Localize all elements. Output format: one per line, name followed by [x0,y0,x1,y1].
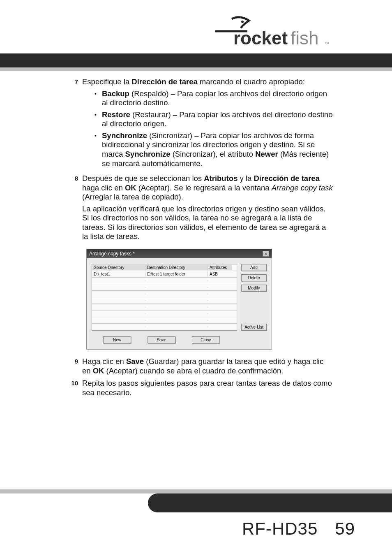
dialog-title: Arrange copy tasks * [89,251,135,257]
col-source: Source Directory [92,265,145,270]
table-row[interactable]: D:\_test1 E:\test 1 target folder ASB [92,271,237,278]
step-9: 9 Haga clic en Save (Guardar) para guard… [70,357,333,375]
tasks-table: Source Directory Destination Directory A… [92,264,237,331]
arrange-copy-tasks-dialog: Arrange copy tasks * × Source Directory … [86,249,272,350]
step-body: Especifique la Dirección de tarea marcan… [82,77,333,171]
text: (Restaurar) – Para copiar los archivos d… [102,110,332,128]
new-button[interactable]: New [103,336,131,343]
table-row [92,317,237,324]
paragraph: La aplicación verificará que los directo… [82,204,333,241]
text: (Aceptar) cuando se abra el cuadro de co… [104,366,283,375]
active-list-button[interactable]: Active List [241,324,267,331]
step-10: 10 Repita los pasos siguientes pasos par… [70,379,333,397]
text: marcando el cuadro apropiado: [198,77,305,86]
table-row [92,291,237,297]
header-dark-bar [0,53,392,67]
modify-button[interactable]: Modify [241,285,267,292]
delete-button[interactable]: Delete [241,274,267,281]
text: Haga clic en [82,357,126,366]
bullet-dot: • [95,110,102,129]
table-row [92,310,237,317]
text-bold: Atributos [204,174,238,183]
text-bold: Dirección de tarea [131,77,197,86]
svg-text:™: ™ [325,41,329,46]
bullet-item: • Backup (Respaldo) – Para copiar los ar… [95,89,333,108]
cell-destination: E:\test 1 target folder [145,271,208,277]
save-button[interactable]: Save [148,336,175,343]
step-number: 8 [70,174,82,241]
table-row [92,297,237,304]
bullet-text: Restore (Restaurar) – Para copiar los ar… [102,110,333,129]
cell-source: D:\_test1 [92,271,145,277]
table-row [92,278,237,284]
bullet-text: Backup (Respaldo) – Para copiar los arch… [102,89,333,108]
text: Después de que se seleccionan los [82,174,204,183]
svg-text:fish: fish [291,28,318,48]
table-row [92,304,237,310]
dialog-titlebar: Arrange copy tasks * × [87,249,272,258]
text-bold: Backup [102,89,129,98]
svg-point-0 [241,21,244,23]
step-8: 8 Después de que se seleccionan los Atri… [70,174,333,241]
text-bold: OK [93,366,104,375]
model-number: RF-HD35 [242,519,318,538]
text-bold: Newer [255,150,278,158]
step-body: Repita los pasos siguientes pasos para c… [82,379,333,397]
text: haga clic en [82,183,125,192]
rocketfish-logo: rocket fish ™ [203,12,339,49]
table-header-row: Source Directory Destination Directory A… [92,264,237,271]
brand-logo: rocket fish ™ [203,12,339,50]
bullet-dot: • [95,131,102,168]
text: y la [238,174,254,183]
step-7: 7 Especifique la Dirección de tarea marc… [70,77,333,171]
text-bold: Synchronize [102,131,147,140]
page-number: 59 [335,519,355,538]
dialog-right-buttons: Add Delete Modify Active List [241,264,267,331]
step-body: Después de que se seleccionan los Atribu… [82,174,333,241]
footer-light-bar [0,489,392,493]
close-icon[interactable]: × [263,251,269,257]
table-row [92,324,237,330]
close-button[interactable]: Close [192,336,220,343]
text: (Respaldo) – Para copiar los archivos de… [102,89,327,107]
dialog-body: Source Directory Destination Directory A… [87,258,272,336]
text: (Sincronizar), el atributo [171,150,256,158]
bullet-item: • Synchronize (Sincronizar) – Para copia… [95,131,333,168]
bullet-item: • Restore (Restaurar) – Para copiar los … [95,110,333,129]
footer-dark-bar [148,493,392,512]
step-number: 10 [70,379,82,397]
header-light-bar [0,67,392,71]
text: (Aceptar). Se le regresará a la ventana [136,183,272,192]
text: Especifique la [82,77,131,86]
page-content: 7 Especifique la Dirección de tarea marc… [70,77,333,401]
text-bold: Save [126,357,144,366]
step-number: 9 [70,357,82,375]
text-bold: Dirección de tarea [254,174,320,183]
page-footer: RF-HD3559 [242,519,355,539]
text-bold: OK [125,183,136,192]
text-bold: Synchronize [125,150,171,158]
svg-text:rocket: rocket [233,28,288,48]
text-bold: Restore [102,110,130,119]
add-button[interactable]: Add [241,264,267,271]
bullet-list: • Backup (Respaldo) – Para copiar los ar… [95,89,333,169]
text-italic: Arrange copy task [272,183,333,192]
bullet-text: Synchronize (Sincronizar) – Para copiar … [102,131,333,168]
text: (Arreglar la tarea de copiado). [82,192,183,201]
col-attributes: Attributes [208,265,232,270]
table-row [92,284,237,291]
col-destination: Destination Directory [145,265,208,270]
dialog-bottom-buttons: New Save Close [87,336,272,349]
bullet-dot: • [95,89,102,108]
step-number: 7 [70,77,82,171]
step-body: Haga clic en Save (Guardar) para guardar… [82,357,333,375]
cell-attributes: ASB [208,271,232,277]
